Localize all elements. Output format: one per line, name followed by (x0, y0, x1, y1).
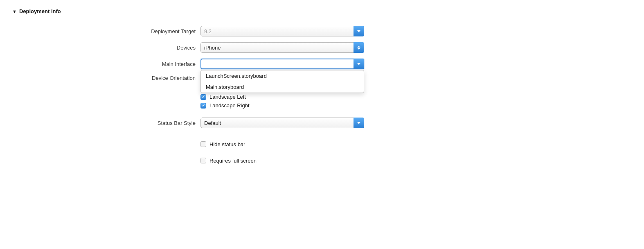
hide-status-bar-row: Hide status bar (29, 137, 632, 151)
requires-full-screen-row: Requires full screen (29, 154, 632, 168)
main-interface-dropdown-popup: LaunchScreen.storyboard Main.storyboard (200, 70, 364, 93)
main-interface-label: Main Interface (29, 61, 200, 67)
section-header: ▼ Deployment Info (12, 8, 632, 14)
deployment-target-select[interactable]: 9.2 (200, 26, 364, 36)
status-bar-style-row: Status Bar Style Default Light Content (29, 116, 632, 130)
devices-select[interactable]: iPhone iPad Universal (200, 42, 364, 53)
status-bar-style-control: Default Light Content (200, 118, 364, 128)
main-interface-control: LaunchScreen.storyboard Main.storyboard (200, 59, 364, 69)
requires-full-screen-checkbox[interactable] (200, 158, 206, 163)
status-bar-style-dropdown-wrapper: Default Light Content (200, 118, 364, 128)
deployment-target-control: 9.2 (200, 26, 364, 36)
devices-label: Devices (29, 45, 200, 51)
landscape-left-checkbox[interactable] (200, 94, 206, 100)
landscape-right-checkbox[interactable] (200, 103, 206, 109)
section-title: Deployment Info (19, 8, 61, 14)
deployment-target-dropdown-wrapper: 9.2 (200, 26, 364, 36)
devices-row: Devices iPhone iPad Universal (29, 41, 632, 54)
devices-dropdown-wrapper: iPhone iPad Universal (200, 42, 364, 53)
deployment-info-section: ▼ Deployment Info Deployment Target 9.2 … (12, 8, 632, 170)
landscape-left-checkbox-row: Landscape Left (200, 94, 364, 100)
collapse-triangle-icon[interactable]: ▼ (12, 9, 17, 14)
main-interface-row: Main Interface LaunchScreen.storyboard M… (29, 57, 632, 71)
dropdown-option-launchscreen[interactable]: LaunchScreen.storyboard (201, 70, 364, 81)
status-bar-style-select[interactable]: Default Light Content (200, 118, 364, 128)
devices-control: iPhone iPad Universal (200, 42, 364, 53)
requires-full-screen-checkbox-row: Requires full screen (200, 158, 364, 164)
hide-status-bar-control: Hide status bar (200, 141, 364, 147)
main-interface-dropdown-wrapper (200, 59, 364, 69)
landscape-right-checkbox-row: Landscape Right (200, 102, 364, 109)
device-orientation-label: Device Orientation (29, 75, 200, 81)
form-container: Deployment Target 9.2 Devices iPhone (12, 24, 632, 170)
dropdown-option-main[interactable]: Main.storyboard (201, 81, 364, 93)
deployment-target-label: Deployment Target (29, 28, 200, 34)
deployment-target-row: Deployment Target 9.2 (29, 24, 632, 38)
landscape-left-label: Landscape Left (209, 94, 246, 100)
hide-status-bar-checkbox[interactable] (200, 141, 206, 147)
landscape-right-label: Landscape Right (209, 102, 250, 109)
status-bar-style-label: Status Bar Style (29, 120, 200, 126)
hide-status-bar-checkbox-row: Hide status bar (200, 141, 364, 147)
requires-full-screen-label: Requires full screen (209, 158, 257, 164)
main-interface-input[interactable] (200, 59, 364, 69)
hide-status-bar-label: Hide status bar (209, 141, 245, 147)
requires-full-screen-control: Requires full screen (200, 158, 364, 164)
